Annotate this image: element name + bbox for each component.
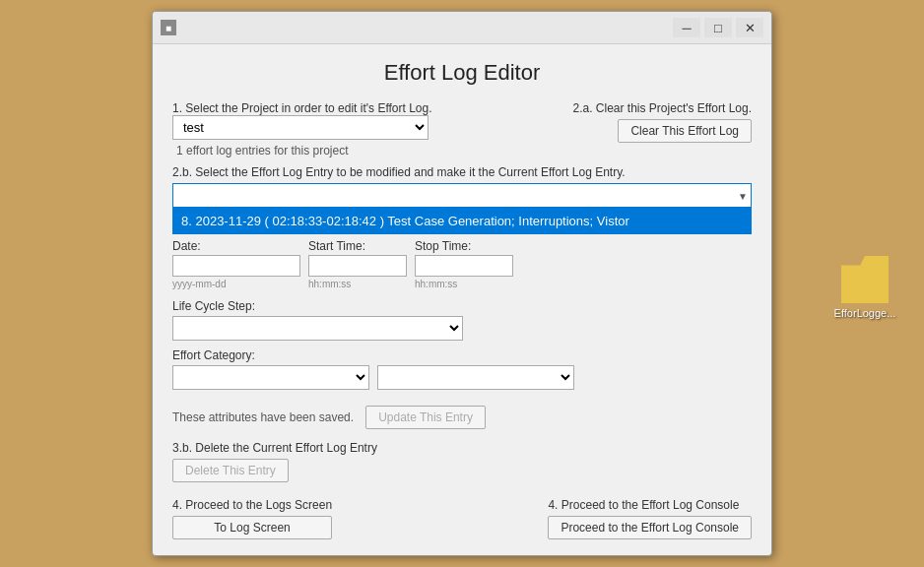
effort-label: Effort Category: <box>172 348 752 362</box>
start-time-field-group: Start Time: hh:mm:ss <box>308 239 407 289</box>
effort-section: Effort Category: <box>172 348 752 390</box>
lifecycle-dropdown[interactable] <box>172 316 463 341</box>
dropdown-item-1[interactable]: 8. 2023-11-29 ( 02:18:33-02:18:42 ) Test… <box>173 209 751 233</box>
effort-log-entry-input[interactable] <box>172 183 752 208</box>
dropdown-list: 8. 2023-11-29 ( 02:18:33-02:18:42 ) Test… <box>172 208 752 234</box>
start-time-input[interactable] <box>308 255 407 277</box>
project-select-row: test <box>172 115 432 140</box>
step2a-label: 2.a. Clear this Project's Effort Log. <box>573 101 753 115</box>
update-entry-button[interactable]: Update This Entry <box>365 406 486 429</box>
step4b-section: 4. Proceed to the Effort Log Console Pro… <box>548 498 752 539</box>
effort-category-dropdown-1[interactable] <box>172 365 369 390</box>
step2a-section: 2.a. Clear this Project's Effort Log. Cl… <box>573 101 753 143</box>
page-title: Effort Log Editor <box>172 60 752 86</box>
desktop-icon[interactable]: EfforLogge... <box>825 256 904 319</box>
step1-section: 1. Select the Project in order to edit i… <box>172 101 432 158</box>
proceed-to-console-button[interactable]: Proceed to the Effort Log Console <box>548 516 752 539</box>
stop-time-field-group: Stop Time: hh:mm:ss <box>415 239 513 289</box>
step2b-label: 2.b. Select the Effort Log Entry to be m… <box>172 165 752 179</box>
delete-entry-button[interactable]: Delete This Entry <box>172 459 289 482</box>
effort-row <box>172 365 752 390</box>
bottom-row: 4. Proceed to the Logs Screen To Log Scr… <box>172 498 752 539</box>
entry-count: 1 effort log entries for this project <box>176 144 432 158</box>
effort-category-dropdown-2[interactable] <box>377 365 574 390</box>
step1-row: 1. Select the Project in order to edit i… <box>172 101 752 158</box>
step4a-section: 4. Proceed to the Logs Screen To Log Scr… <box>172 498 332 539</box>
start-hint: hh:mm:ss <box>308 279 407 289</box>
step3b-section: 3.b. Delete the Current Effort Log Entry… <box>172 441 752 482</box>
saved-text: These attributes have been saved. <box>172 410 354 424</box>
project-dropdown[interactable]: test <box>172 115 429 140</box>
step4a-label: 4. Proceed to the Logs Screen <box>172 498 332 512</box>
lifecycle-label: Life Cycle Step: <box>172 299 752 313</box>
stop-time-label: Stop Time: <box>415 239 513 253</box>
minimize-button[interactable]: ─ <box>673 18 700 37</box>
date-hint: yyyy-mm-dd <box>172 279 300 289</box>
date-field-group: Date: yyyy-mm-dd <box>172 239 300 289</box>
stop-time-input[interactable] <box>415 255 513 277</box>
desktop-icon-image <box>841 256 889 303</box>
step1-label: 1. Select the Project in order to edit i… <box>172 101 432 115</box>
maximize-button[interactable]: □ <box>704 18 732 37</box>
effort-log-entry-dropdown-container: ▼ 8. 2023-11-29 ( 02:18:33-02:18:42 ) Te… <box>172 183 752 208</box>
desktop-icon-label: EfforLogge... <box>834 307 896 319</box>
close-button[interactable]: ✕ <box>736 18 763 37</box>
start-time-label: Start Time: <box>308 239 407 253</box>
window-controls: ─ □ ✕ <box>673 18 763 37</box>
to-log-screen-button[interactable]: To Log Screen <box>172 516 332 539</box>
lifecycle-section: Life Cycle Step: <box>172 299 752 341</box>
step4b-label: 4. Proceed to the Effort Log Console <box>548 498 752 512</box>
date-label: Date: <box>172 239 300 253</box>
window-body: Effort Log Editor 1. Select the Project … <box>153 44 771 555</box>
app-icon: ■ <box>161 20 176 35</box>
date-input[interactable] <box>172 255 300 277</box>
main-window: ■ ─ □ ✕ Effort Log Editor 1. Select the … <box>152 11 772 556</box>
date-time-fields-row: Date: yyyy-mm-dd Start Time: hh:mm:ss St… <box>172 239 752 289</box>
stop-hint: hh:mm:ss <box>415 279 513 289</box>
clear-effort-log-button[interactable]: Clear This Effort Log <box>618 119 752 143</box>
title-bar: ■ ─ □ ✕ <box>153 12 771 44</box>
saved-row: These attributes have been saved. Update… <box>172 406 752 429</box>
step3b-label: 3.b. Delete the Current Effort Log Entry <box>172 441 752 455</box>
